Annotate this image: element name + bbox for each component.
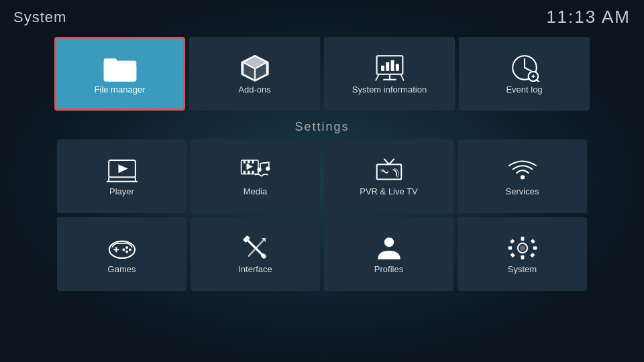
add-ons-label: Add-ons xyxy=(238,84,270,95)
svg-marker-36 xyxy=(246,163,253,170)
svg-rect-35 xyxy=(252,170,254,174)
svg-point-43 xyxy=(520,175,524,179)
system-settings-label: System xyxy=(508,264,537,274)
svg-rect-14 xyxy=(395,64,398,71)
file-manager-label: File manager xyxy=(95,84,146,95)
svg-point-48 xyxy=(128,248,131,251)
svg-rect-30 xyxy=(243,160,245,163)
tile-games[interactable]: Games xyxy=(57,217,186,291)
profiles-icon xyxy=(374,235,405,261)
svg-rect-34 xyxy=(248,170,250,174)
page-title: System xyxy=(13,9,66,26)
svg-point-56 xyxy=(384,237,393,247)
svg-line-41 xyxy=(384,159,388,164)
event-log-icon xyxy=(507,54,542,82)
svg-rect-62 xyxy=(510,239,515,243)
pvr-icon xyxy=(374,157,405,184)
player-icon xyxy=(107,157,138,184)
player-label: Player xyxy=(109,186,134,196)
tile-services[interactable]: Services xyxy=(458,139,587,213)
svg-point-47 xyxy=(125,246,128,249)
tile-profiles[interactable]: Profiles xyxy=(324,217,453,291)
svg-line-51 xyxy=(246,239,262,255)
svg-point-37 xyxy=(257,168,261,172)
svg-rect-33 xyxy=(243,170,245,174)
tile-system[interactable]: System xyxy=(458,217,587,291)
svg-line-16 xyxy=(400,74,404,80)
folder-icon xyxy=(103,54,138,82)
system-information-label: System information xyxy=(352,84,427,95)
tile-system-information[interactable]: System information xyxy=(324,37,455,111)
interface-icon xyxy=(240,235,271,261)
svg-point-66 xyxy=(520,245,525,251)
profiles-label: Profiles xyxy=(374,264,403,274)
svg-rect-32 xyxy=(252,160,254,163)
svg-rect-12 xyxy=(386,62,389,70)
addons-icon xyxy=(237,54,272,82)
svg-line-42 xyxy=(389,159,394,164)
top-items-row: File manager Add-ons xyxy=(0,37,644,111)
svg-rect-63 xyxy=(530,239,535,243)
tile-add-ons[interactable]: Add-ons xyxy=(189,37,320,111)
clock: 11:13 AM xyxy=(546,7,631,27)
event-log-label: Event log xyxy=(506,84,542,95)
svg-rect-58 xyxy=(521,237,524,241)
media-label: Media xyxy=(244,186,267,196)
svg-point-38 xyxy=(266,166,270,170)
games-label: Games xyxy=(108,264,136,274)
games-icon xyxy=(107,235,138,261)
pvr-live-tv-label: PVR & Live TV xyxy=(360,186,417,196)
svg-rect-31 xyxy=(248,160,250,163)
settings-row-1: Player Medi xyxy=(0,139,644,213)
svg-rect-11 xyxy=(381,65,384,70)
system-info-icon xyxy=(372,54,407,82)
svg-point-49 xyxy=(125,250,128,253)
interface-label: Interface xyxy=(238,264,272,274)
svg-rect-65 xyxy=(530,252,535,257)
svg-marker-28 xyxy=(118,164,127,173)
tile-pvr-live-tv[interactable]: PVR & Live TV xyxy=(324,139,453,213)
tile-interface[interactable]: Interface xyxy=(191,217,320,291)
svg-line-19 xyxy=(525,68,531,71)
services-icon xyxy=(507,157,538,184)
settings-row-2: Games Interface Profiles xyxy=(0,217,644,291)
tile-event-log[interactable]: Event log xyxy=(459,37,590,111)
svg-rect-64 xyxy=(510,252,515,257)
svg-rect-60 xyxy=(508,246,512,249)
svg-rect-13 xyxy=(390,60,394,70)
svg-line-39 xyxy=(261,162,268,164)
tile-media[interactable]: Media xyxy=(191,139,320,213)
svg-line-15 xyxy=(376,74,379,80)
tile-player[interactable]: Player xyxy=(57,139,186,213)
services-label: Services xyxy=(506,186,539,196)
svg-point-50 xyxy=(122,248,125,251)
svg-rect-59 xyxy=(521,255,524,259)
tile-file-manager[interactable]: File manager xyxy=(54,37,185,111)
system-icon xyxy=(507,235,538,261)
svg-rect-61 xyxy=(533,246,537,249)
media-icon xyxy=(240,157,271,184)
settings-header: Settings xyxy=(0,120,644,134)
svg-line-21 xyxy=(536,79,539,81)
